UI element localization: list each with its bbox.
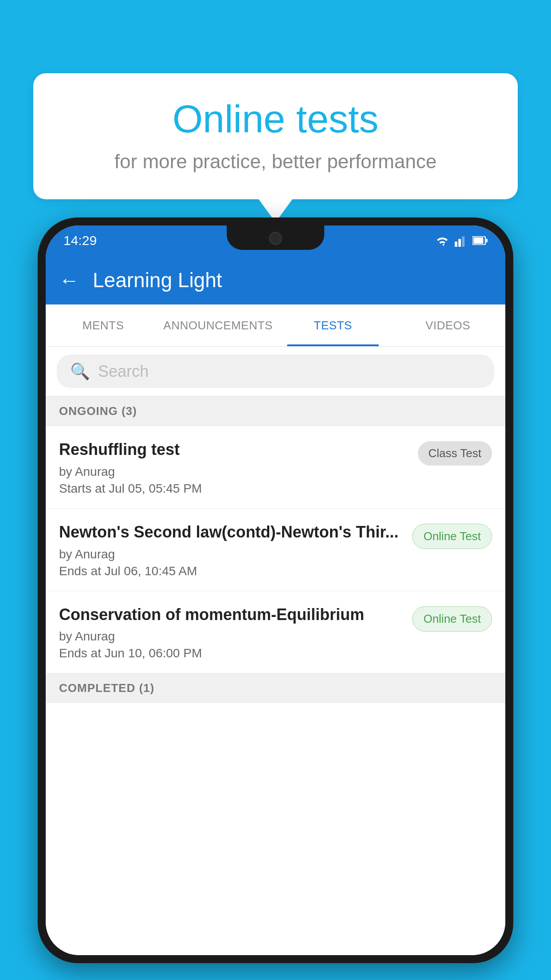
tab-announcements[interactable]: ANNOUNCEMENTS (161, 304, 276, 346)
test-item-3[interactable]: Conservation of momentum-Equilibrium by … (46, 591, 505, 674)
tabs-bar: MENTS ANNOUNCEMENTS TESTS VIDEOS (46, 304, 505, 347)
search-container: 🔍 Search (46, 347, 505, 396)
test-list: Reshuffling test by Anurag Starts at Jul… (46, 426, 505, 955)
test-info-3: Conservation of momentum-Equilibrium by … (59, 605, 403, 661)
search-placeholder: Search (98, 362, 149, 381)
test-badge-2: Online Test (412, 524, 492, 549)
bubble-title: Online tests (60, 98, 491, 141)
tab-ments[interactable]: MENTS (46, 304, 161, 346)
test-time-1: Starts at Jul 05, 05:45 PM (59, 482, 409, 496)
signal-icon (455, 234, 467, 247)
status-time: 14:29 (63, 233, 97, 248)
svg-rect-2 (462, 237, 464, 247)
phone-camera (269, 232, 282, 245)
battery-icon (472, 236, 488, 245)
speech-bubble: Online tests for more practice, better p… (33, 73, 518, 199)
test-item-2[interactable]: Newton's Second law(contd)-Newton's Thir… (46, 509, 505, 591)
test-name-2: Newton's Second law(contd)-Newton's Thir… (59, 522, 403, 543)
test-time-3: Ends at Jun 10, 06:00 PM (59, 646, 403, 660)
test-time-2: Ends at Jul 06, 10:45 AM (59, 564, 403, 578)
test-item-1[interactable]: Reshuffling test by Anurag Starts at Jul… (46, 426, 505, 509)
app-title: Learning Light (93, 268, 222, 292)
test-badge-3: Online Test (412, 606, 492, 632)
test-badge-1: Class Test (418, 441, 492, 466)
phone-container: 14:29 (38, 217, 513, 980)
search-icon: 🔍 (70, 362, 90, 381)
phone-frame: 14:29 (38, 217, 513, 963)
test-info-1: Reshuffling test by Anurag Starts at Jul… (59, 439, 409, 496)
test-author-1: by Anurag (59, 465, 409, 479)
app-bar: ← Learning Light (46, 256, 505, 304)
svg-rect-5 (486, 239, 488, 242)
phone-notch (227, 225, 324, 250)
back-button[interactable]: ← (59, 268, 79, 292)
svg-rect-1 (458, 239, 461, 247)
test-author-2: by Anurag (59, 547, 403, 561)
tab-tests[interactable]: TESTS (276, 304, 390, 346)
svg-rect-4 (473, 237, 483, 244)
search-box[interactable]: 🔍 Search (57, 355, 494, 388)
test-author-3: by Anurag (59, 629, 403, 644)
test-name-3: Conservation of momentum-Equilibrium (59, 605, 403, 625)
phone-screen: 14:29 (46, 225, 505, 955)
status-icons (435, 234, 488, 247)
bubble-subtitle: for more practice, better performance (60, 150, 491, 173)
test-name-1: Reshuffling test (59, 439, 409, 460)
section-completed-header: COMPLETED (1) (46, 673, 505, 703)
section-ongoing-header: ONGOING (3) (46, 396, 505, 426)
svg-rect-0 (455, 241, 457, 247)
test-info-2: Newton's Second law(contd)-Newton's Thir… (59, 522, 403, 578)
wifi-icon (435, 234, 449, 247)
tab-videos[interactable]: VIDEOS (390, 304, 505, 346)
